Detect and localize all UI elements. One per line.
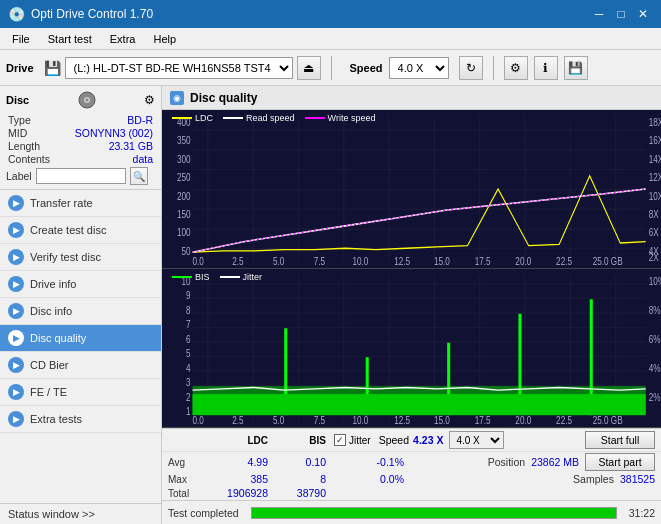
svg-text:17.5: 17.5 <box>475 255 491 267</box>
bottom-status-bar: Test completed 31:22 <box>162 500 661 524</box>
stats-header-row: LDC BIS ✓ Jitter Speed 4.23 X 4.0 X Star… <box>162 429 661 452</box>
maximize-button[interactable]: □ <box>611 5 631 23</box>
position-row: Position 23862 MB Start part <box>488 453 655 471</box>
jitter-checkbox-group: ✓ Jitter <box>334 434 371 446</box>
status-window-button[interactable]: Status window >> <box>0 503 161 524</box>
svg-text:25.0 GB: 25.0 GB <box>593 414 623 426</box>
jitter-label: Jitter <box>243 272 263 282</box>
svg-text:6: 6 <box>186 333 191 345</box>
menu-help[interactable]: Help <box>145 31 184 47</box>
mid-label: MID <box>8 127 27 139</box>
disc-info-icon: ▶ <box>8 303 24 319</box>
save-button[interactable]: 💾 <box>564 56 588 80</box>
speed-dropdown[interactable]: 4.0 X <box>389 57 449 79</box>
minimize-button[interactable]: ─ <box>589 5 609 23</box>
start-part-button[interactable]: Start part <box>585 453 655 471</box>
svg-text:8%: 8% <box>649 304 661 316</box>
max-bis: 8 <box>268 473 326 485</box>
svg-text:4: 4 <box>186 362 191 374</box>
svg-text:8X: 8X <box>649 208 660 220</box>
menu-start-test[interactable]: Start test <box>40 31 100 47</box>
contents-value: data <box>133 153 153 165</box>
samples-label: Samples <box>573 473 614 485</box>
nav-list: ▶ Transfer rate ▶ Create test disc ▶ Ver… <box>0 190 161 503</box>
menu-extra[interactable]: Extra <box>102 31 144 47</box>
svg-text:5: 5 <box>186 347 191 359</box>
content-title: Disc quality <box>190 91 257 105</box>
nav-transfer-rate[interactable]: ▶ Transfer rate <box>0 190 161 217</box>
fe-te-icon: ▶ <box>8 384 24 400</box>
svg-text:2X: 2X <box>649 251 660 263</box>
transfer-rate-icon: ▶ <box>8 195 24 211</box>
svg-text:22.5: 22.5 <box>556 414 572 426</box>
nav-label: Create test disc <box>30 224 106 236</box>
svg-text:300: 300 <box>177 153 191 165</box>
svg-text:3: 3 <box>186 376 191 388</box>
nav-extra-tests[interactable]: ▶ Extra tests <box>0 406 161 433</box>
nav-cd-bier[interactable]: ▶ CD Bier <box>0 352 161 379</box>
length-value: 23.31 GB <box>109 140 153 152</box>
nav-create-test-disc[interactable]: ▶ Create test disc <box>0 217 161 244</box>
ldc-header: LDC <box>210 435 268 446</box>
chart2-legend: BIS Jitter <box>172 272 262 282</box>
legend-write-speed: Write speed <box>305 113 376 123</box>
svg-text:0.0: 0.0 <box>193 255 204 267</box>
speed-stats-dropdown[interactable]: 4.0 X <box>449 431 504 449</box>
svg-text:10.0: 10.0 <box>352 414 368 426</box>
nav-disc-info[interactable]: ▶ Disc info <box>0 298 161 325</box>
progress-fill <box>252 508 616 518</box>
content-area: ◉ Disc quality LDC Read speed <box>162 86 661 524</box>
content-header: ◉ Disc quality <box>162 86 661 110</box>
disc-mid-row: MID SONYNN3 (002) <box>6 127 155 139</box>
svg-text:15.0: 15.0 <box>434 255 450 267</box>
label-input[interactable] <box>36 168 126 184</box>
svg-text:14X: 14X <box>649 153 661 165</box>
svg-text:100: 100 <box>177 226 191 238</box>
drive-dropdown[interactable]: (L:) HL-DT-ST BD-RE WH16NS58 TST4 <box>65 57 293 79</box>
svg-text:200: 200 <box>177 189 191 201</box>
disc-length-row: Length 23.31 GB <box>6 140 155 152</box>
disc-header: Disc ⚙ <box>6 90 155 110</box>
eject-button[interactable]: ⏏ <box>297 56 321 80</box>
svg-text:15.0: 15.0 <box>434 414 450 426</box>
nav-verify-test-disc[interactable]: ▶ Verify test disc <box>0 244 161 271</box>
nav-drive-info[interactable]: ▶ Drive info <box>0 271 161 298</box>
svg-text:10.0: 10.0 <box>352 255 368 267</box>
jitter-checkbox[interactable]: ✓ <box>334 434 346 446</box>
nav-disc-quality[interactable]: ▶ Disc quality <box>0 325 161 352</box>
avg-ldc: 4.99 <box>210 456 268 468</box>
drive-select: 💾 (L:) HL-DT-ST BD-RE WH16NS58 TST4 ⏏ <box>44 56 321 80</box>
svg-text:150: 150 <box>177 208 191 220</box>
bis-header: BIS <box>268 435 326 446</box>
refresh-button[interactable]: ↻ <box>459 56 483 80</box>
menubar: File Start test Extra Help <box>0 28 661 50</box>
svg-text:12.5: 12.5 <box>394 414 410 426</box>
svg-text:9: 9 <box>186 289 191 301</box>
stats-panel: LDC BIS ✓ Jitter Speed 4.23 X 4.0 X Star… <box>162 428 661 500</box>
svg-text:12.5: 12.5 <box>394 255 410 267</box>
chart1-legend: LDC Read speed Write speed <box>172 113 375 123</box>
svg-text:20.0: 20.0 <box>515 255 531 267</box>
options-button[interactable]: ⚙ <box>504 56 528 80</box>
svg-text:20.0: 20.0 <box>515 414 531 426</box>
nav-fe-te[interactable]: ▶ FE / TE <box>0 379 161 406</box>
speed-label: Speed <box>350 62 383 74</box>
start-full-button[interactable]: Start full <box>585 431 655 449</box>
menu-file[interactable]: File <box>4 31 38 47</box>
svg-text:2: 2 <box>186 391 191 403</box>
close-button[interactable]: ✕ <box>633 5 653 23</box>
svg-text:6%: 6% <box>649 333 661 345</box>
legend-ldc: LDC <box>172 113 213 123</box>
svg-text:17.5: 17.5 <box>475 414 491 426</box>
svg-text:7.5: 7.5 <box>314 255 325 267</box>
samples-row: Samples 381525 <box>573 473 655 485</box>
info-button[interactable]: ℹ <box>534 56 558 80</box>
bis-label: BIS <box>195 272 210 282</box>
drive-label: Drive <box>6 62 34 74</box>
contents-label: Contents <box>8 153 50 165</box>
svg-text:6X: 6X <box>649 226 660 238</box>
position-label: Position <box>488 456 525 468</box>
legend-read-speed: Read speed <box>223 113 295 123</box>
label-button[interactable]: 🔍 <box>130 167 148 185</box>
length-label: Length <box>8 140 40 152</box>
